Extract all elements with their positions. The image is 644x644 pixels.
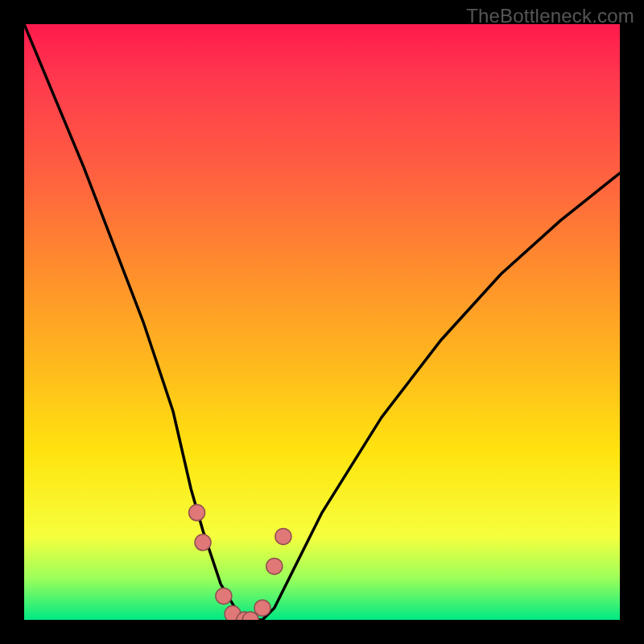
data-marker — [254, 600, 270, 616]
chart-svg — [24, 24, 620, 620]
bottleneck-curve — [24, 24, 620, 620]
frame: TheBottleneck.com — [0, 0, 644, 644]
data-marker — [189, 505, 205, 521]
data-marker — [195, 535, 211, 551]
data-marker — [216, 588, 232, 604]
plot-area — [24, 24, 620, 620]
data-marker — [266, 558, 283, 574]
data-marker — [275, 528, 291, 544]
